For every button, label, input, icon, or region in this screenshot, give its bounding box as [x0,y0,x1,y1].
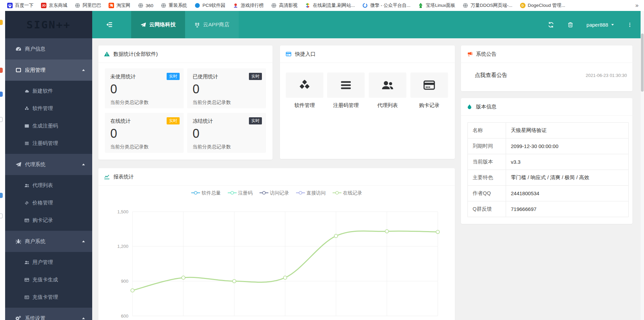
card-icon [410,72,448,98]
report-chart-title: 报表统计 [113,174,134,180]
legend-marker-icon [260,190,268,196]
sidebar-item[interactable]: 生成注册码 [5,117,92,135]
edge-icon-fragment [0,193,3,198]
traffic-favicon-icon [305,3,310,8]
users-icon [24,260,29,265]
version-info-table: 名称天狼星网络验证到期时间2099-12-30 00:00:00当前版本v3.3… [467,122,629,217]
megaphone-icon [466,51,473,57]
sidebar-parent-item[interactable]: 代理系统 [5,154,92,175]
sidebar-item-label: 价格管理 [32,200,53,206]
pc9-favicon-icon [195,3,200,8]
stat-caption: 当前分类总记录数 [193,99,261,106]
sidebar-item-label: 代理系统 [25,161,45,168]
bookmarks-overflow-chevron-icon[interactable]: » [635,2,639,9]
window-icon [15,67,22,73]
legend-item[interactable]: 注册码 [228,190,253,196]
browser-bookmarks-bar: 百度一下JD京东商城阿里巴巴淘淘宝网360重装系统PC9软件园游戏排行榜高清影视… [0,0,644,11]
topbar-tab[interactable]: 云APP商店 [185,11,239,38]
sidebar-item[interactable]: 充值卡生成 [5,271,92,289]
sidebar-parent-item[interactable]: 商户系统 [5,231,92,252]
bookmark-item[interactable]: PC9软件园 [191,1,229,10]
svg-text:1,200: 1,200 [117,244,128,249]
topbar-tab[interactable]: 云网络科技 [131,11,185,38]
version-row-key: Q群反馈 [468,201,506,217]
more-options-icon[interactable] [627,22,632,28]
droplet-icon [466,104,473,110]
stat-caption: 当前分类总记录数 [193,144,261,150]
quick-entry-tile[interactable]: 注册码管理 [327,72,365,109]
quick-entry-label: 代理列表 [369,102,406,109]
sidebar-item-label: 用户管理 [32,259,53,266]
collapse-menu-icon[interactable] [105,21,113,29]
app-logo[interactable]: SIGN++ [5,11,92,38]
sidebar-item[interactable]: 新建软件 [5,82,92,100]
version-row-value: v3.3 [506,154,629,170]
plane-icon [140,22,146,28]
main-content: 数据统计(全部软件) 未使用统计实时0当前分类总记录数已使用统计实时0当前分类总… [92,38,641,320]
bookmark-item[interactable]: 微擎 - 公众平台自... [359,1,414,10]
version-row-key: 当前版本 [468,154,506,170]
stat-caption: 当前分类总记录数 [110,144,178,150]
sidebar-item[interactable]: 软件管理 [5,100,92,117]
sidebar-menu: 商户信息应用管理新建软件软件管理生成注册码注册码管理代理系统代理列表价格管理购卡… [5,38,92,320]
sidebar-item[interactable]: 价格管理 [5,194,92,212]
quick-entry-tile[interactable]: 购卡记录 [410,72,448,109]
legend-item[interactable]: 访问记录 [260,190,289,196]
version-table-row: 名称天狼星网络验证 [468,123,629,138]
stat-tile: 已使用统计实时0当前分类总记录数 [187,68,266,108]
users-icon [24,183,29,188]
quick-entry-tile[interactable]: 代理列表 [369,72,406,109]
bookmark-label: DogeCloud 管理... [528,2,565,9]
topbar-tabs: 云网络科技云APP商店 [131,11,239,38]
version-row-key: 名称 [468,123,506,138]
announcement-title: 系统公告 [476,51,496,57]
legend-item[interactable]: 在线记录 [333,190,362,196]
edge-icon-fragment [0,20,3,25]
sidebar-item[interactable]: 注册码管理 [5,135,92,152]
bookmark-item[interactable]: 重装系统 [157,1,191,10]
bookmark-item[interactable]: 在线刷流量,刷网站... [301,1,359,10]
bookmark-item[interactable]: 高清影视 [267,1,301,10]
sidebar-item[interactable]: 充值卡管理 [5,289,92,306]
sidebar-item[interactable]: 用户管理 [5,254,92,271]
bookmark-item[interactable]: 百度一下 [3,1,37,10]
bookmark-item[interactable]: 360 [134,1,157,10]
baidu-favicon-icon [7,3,13,8]
version-row-value: 2099-12-30 00:00:00 [506,138,629,154]
user-menu[interactable]: paper888 [587,22,614,28]
scrollbar-thumb[interactable] [641,34,644,92]
view-announcement-link[interactable]: 点我查看公告 [475,72,507,79]
quick-entry-tile[interactable]: 软件管理 [286,72,323,109]
refresh-icon[interactable] [548,22,554,28]
version-row-key: 到期时间 [468,138,506,154]
sidebar-parent-item[interactable]: 应用管理 [5,59,92,81]
bookmark-item[interactable]: 游戏排行榜 [229,1,268,10]
sidebar-item-label: 注册码管理 [32,140,58,147]
bookmark-item[interactable]: DDogeCloud 管理... [516,1,569,10]
sidebar-item-label: 生成注册码 [32,123,58,129]
quick-entry-label: 软件管理 [286,102,323,109]
bookmark-item[interactable]: 淘淘宝网 [105,1,134,10]
bookmark-item[interactable]: 宝塔Linux面板 [414,1,459,10]
sidebar-submenu: 代理列表价格管理购卡记录 [5,175,92,231]
gears-icon [15,315,22,320]
cloud-icon [24,89,29,94]
sidebar-parent-item[interactable]: 商户信息 [5,38,92,59]
sidebar-item[interactable]: 代理列表 [5,177,92,194]
bookmark-label: 高清影视 [279,2,297,9]
legend-item[interactable]: 软件总量 [191,190,221,196]
bookmark-item[interactable]: 阿里巴巴 [71,1,105,10]
bookmark-item[interactable]: 万量DDOS网页端-... [459,1,516,10]
bookmark-item[interactable]: JD京东商城 [37,1,71,10]
version-table-row: Q群反馈719666697 [468,201,629,217]
announcement-timestamp: 2021-06-23 01:30:30 [586,73,627,78]
sidebar-parent-item[interactable]: 系统设置 [5,308,92,320]
trash-icon[interactable] [567,22,574,28]
legend-marker-icon [191,190,200,196]
line-chart-icon [104,174,110,180]
globe-favicon-icon [463,3,468,8]
joystick-favicon-icon [233,3,238,8]
newspaper-icon [24,295,29,300]
legend-item[interactable]: 直接访问 [296,190,326,196]
sidebar-item[interactable]: 购卡记录 [5,212,92,229]
